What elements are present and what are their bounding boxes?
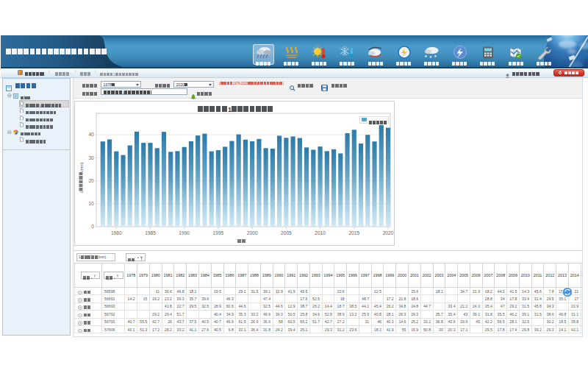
svg-text:1995: 1995	[213, 230, 224, 236]
svg-text:20: 20	[88, 178, 94, 183]
svg-text:2020: 2020	[383, 230, 394, 236]
svg-text:2015: 2015	[348, 230, 359, 236]
svg-text:1980: 1980	[111, 230, 122, 236]
svg-text:40: 40	[88, 132, 94, 137]
svg-text:30: 30	[88, 155, 94, 160]
svg-text:1985: 1985	[145, 230, 156, 236]
svg-text:2010: 2010	[315, 230, 326, 236]
svg-text:1990: 1990	[179, 230, 190, 236]
svg-text:2000: 2000	[247, 230, 258, 236]
svg-text:2005: 2005	[281, 230, 292, 236]
svg-text:0: 0	[91, 224, 94, 229]
svg-text:10: 10	[88, 201, 94, 206]
